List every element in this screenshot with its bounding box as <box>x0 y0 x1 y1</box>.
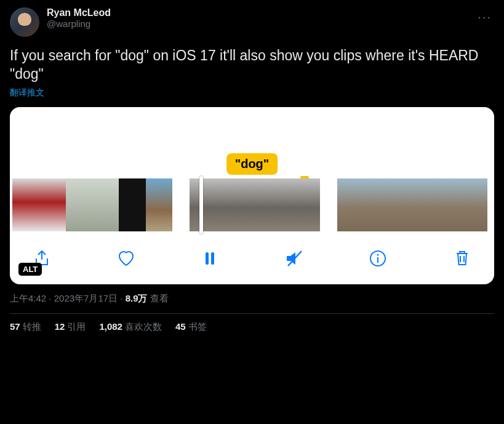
clip-frame <box>92 178 119 231</box>
tweet-container: Ryan McLeod @warpling ··· If you search … <box>0 0 504 340</box>
mute-icon[interactable] <box>283 247 305 270</box>
trash-icon[interactable] <box>451 247 473 270</box>
handle: @warpling <box>47 18 111 29</box>
clip-frame <box>362 178 388 231</box>
video-timeline[interactable] <box>10 178 494 236</box>
display-name: Ryan McLeod <box>47 7 111 18</box>
views-label: 查看 <box>148 293 169 303</box>
caption-bubble: "dog" <box>226 153 278 175</box>
author-block[interactable]: Ryan McLeod @warpling <box>47 7 111 29</box>
clip-frame <box>233 178 277 231</box>
info-icon[interactable] <box>367 247 389 270</box>
more-icon[interactable]: ··· <box>475 7 494 26</box>
clip-group-2[interactable] <box>190 178 320 231</box>
quotes-stat[interactable]: 12引用 <box>55 321 86 333</box>
meta-row: 上午4:42 · 2023年7月17日 · 8.9万 查看 <box>10 293 494 305</box>
clip-frame <box>39 178 65 231</box>
tweet-text: If you search for "dog" on iOS 17 it'll … <box>10 47 494 84</box>
clip-frame <box>438 178 463 231</box>
svg-rect-1 <box>211 252 214 265</box>
clip-frame <box>412 178 438 231</box>
clip-frame <box>276 178 320 231</box>
clip-frame <box>462 178 487 231</box>
svg-point-4 <box>377 254 379 255</box>
clip-frame <box>387 178 412 231</box>
clip-group-1[interactable] <box>12 178 172 231</box>
retweets-stat[interactable]: 57转推 <box>10 321 41 333</box>
clip-frame <box>337 178 362 231</box>
pause-icon[interactable] <box>199 247 221 270</box>
translate-link[interactable]: 翻译推文 <box>10 87 44 98</box>
alt-badge[interactable]: ALT <box>18 263 42 276</box>
bookmarks-stat[interactable]: 45书签 <box>175 321 207 333</box>
heart-icon[interactable] <box>115 247 137 270</box>
svg-rect-0 <box>206 252 209 265</box>
avatar[interactable] <box>10 7 39 37</box>
post-date[interactable]: 2023年7月17日 <box>54 293 118 303</box>
clip-frame <box>146 178 172 231</box>
post-time[interactable]: 上午4:42 <box>10 293 46 303</box>
clip-group-3[interactable] <box>337 178 487 231</box>
caption-row: "dog" <box>10 111 494 178</box>
views-count: 8.9万 <box>126 293 148 303</box>
media-toolbar <box>10 236 494 284</box>
media-card: "dog" <box>10 107 494 284</box>
divider <box>10 313 494 314</box>
clip-frame <box>190 178 233 231</box>
likes-stat[interactable]: 1,082喜欢次数 <box>99 321 162 333</box>
playhead[interactable] <box>199 176 203 234</box>
clip-frame <box>66 178 92 231</box>
tweet-header: Ryan McLeod @warpling ··· <box>10 7 494 37</box>
clip-frame <box>119 178 145 231</box>
stats-row: 57转推 12引用 1,082喜欢次数 45书签 <box>10 321 494 333</box>
clip-frame <box>12 178 39 231</box>
